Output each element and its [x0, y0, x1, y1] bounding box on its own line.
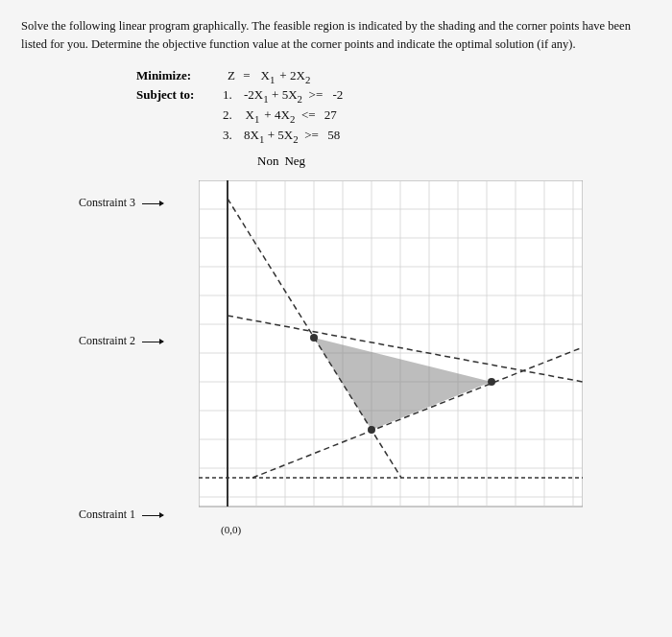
constraint2-label: Constraint 2 [79, 334, 163, 348]
graph-container: Constraint 3 Constraint 2 Constraint 1 (… [79, 180, 616, 535]
constraint-num-1: 1. [223, 87, 244, 103]
constraint1-label: Constraint 1 [79, 507, 163, 522]
neg-label: Neg [284, 153, 305, 169]
page: Solve the following linear program graph… [0, 0, 672, 637]
svg-point-32 [368, 426, 375, 434]
lp-formulation: Minimize: Z = X1 + 2X2 Subject to: 1. -2… [136, 68, 651, 144]
svg-point-33 [488, 378, 495, 386]
subject-label: Subject to: [136, 87, 223, 103]
minimize-row: Minimize: Z = X1 + 2X2 [136, 68, 651, 85]
non-neg: Non Neg [136, 153, 651, 169]
constraint-expr-3: 8X1 + 5X2 >= 58 [244, 128, 343, 145]
constraint-expr-1: -2X1 + 5X2 >= -2 [244, 87, 347, 105]
minimize-label: Minimize: [136, 68, 223, 83]
constraint-num-3: 3. [223, 128, 244, 143]
constraint-row-2: 2. X1 + 4X2 <= 27 [136, 107, 651, 125]
graph-svg-container [199, 180, 583, 526]
subject-row: Subject to: 1. -2X1 + 5X2 >= -2 [136, 87, 651, 105]
constraint3-label: Constraint 3 [79, 196, 163, 210]
constraint-num-2: 2. [223, 107, 244, 123]
constraint-row-3: 3. 8X1 + 5X2 >= 58 [136, 128, 651, 145]
non-label: Non [257, 153, 278, 169]
intro-text: Solve the following linear program graph… [21, 17, 651, 55]
constraint-expr-2: X1 + 4X2 <= 27 [244, 107, 339, 125]
graph-svg [199, 180, 583, 526]
svg-point-31 [310, 334, 318, 342]
objective-expr: Z = X1 + 2X2 [223, 68, 310, 85]
